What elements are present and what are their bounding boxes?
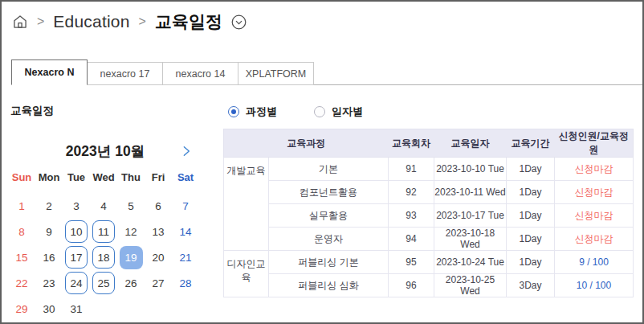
enrollment-status-cell: 9 / 100 (555, 251, 634, 274)
course-cell: 기본 (269, 158, 389, 181)
calendar-header: 2023년 10월 (8, 134, 202, 168)
weekday-label-fri: Fri (145, 171, 172, 186)
calendar-cell: 23 (35, 270, 63, 296)
enrollment-status-cell: 신청마감 (555, 228, 634, 251)
radio-selected-icon[interactable] (228, 106, 239, 117)
radio-option-by-date[interactable]: 일자별 (314, 105, 363, 119)
calendar-date-4[interactable]: 4 (92, 195, 115, 217)
calendar-date-7[interactable]: 7 (174, 195, 197, 217)
radio-label: 과정별 (246, 105, 277, 119)
calendar-cell: 1 (8, 193, 35, 219)
weekday-label-wed: Wed (90, 171, 117, 186)
calendar-date-26[interactable]: 26 (120, 272, 142, 294)
calendar-cell: 26 (117, 270, 145, 296)
table-row[interactable]: 컴포넌트활용922023-10-11 Wed1Day신청마감 (224, 181, 634, 204)
calendar-cell: 5 (117, 193, 145, 219)
calendar-cell (90, 296, 117, 322)
radio-label: 일자별 (332, 105, 363, 119)
duration-cell: 1Day (507, 204, 555, 228)
calendar-cell: 15 (8, 244, 35, 270)
calendar-cell: 24 (63, 270, 90, 296)
calendar-date-13[interactable]: 13 (147, 220, 169, 243)
calendar: 2023년 10월 SunMonTueWedThuFriSat 12345678… (8, 134, 202, 322)
calendar-date-30[interactable]: 30 (38, 297, 60, 320)
tab-nexacro-n[interactable]: Nexacro N (11, 59, 88, 85)
calendar-month-title: 2023년 10월 (66, 141, 145, 161)
table-row[interactable]: 운영자942023-10-18 Wed1Day신청마감 (224, 228, 634, 251)
session-cell: 96 (389, 274, 434, 297)
calendar-date-29[interactable]: 29 (10, 297, 33, 320)
calendar-cell: 30 (35, 296, 63, 322)
calendar-date-9[interactable]: 9 (38, 220, 60, 243)
calendar-date-27[interactable]: 27 (147, 272, 169, 294)
date-cell: 2023-10-10 Tue (434, 158, 507, 181)
calendar-cell (172, 296, 199, 322)
calendar-date-6[interactable]: 6 (147, 195, 169, 217)
calendar-date-1[interactable]: 1 (10, 195, 33, 217)
calendar-cell (117, 296, 145, 322)
calendar-date-11[interactable]: 11 (92, 220, 115, 243)
calendar-date-15[interactable]: 15 (10, 246, 33, 269)
column-header-session: 교육회차 (389, 129, 434, 158)
session-cell: 93 (389, 204, 434, 228)
calendar-date-2[interactable]: 2 (38, 195, 60, 217)
calendar-weekday-row: SunMonTueWedThuFriSat (8, 171, 202, 186)
calendar-date-31[interactable]: 31 (65, 297, 88, 320)
weekday-label-thu: Thu (117, 171, 145, 186)
column-header-course: 교육과정 (224, 129, 389, 158)
duration-cell: 1Day (507, 228, 555, 251)
breadcrumb: > Education > 교육일정 (12, 10, 247, 34)
session-cell: 94 (389, 228, 434, 251)
breadcrumb-item-education[interactable]: Education (53, 12, 129, 31)
table-row[interactable]: 실무활용932023-10-17 Tue1Day신청마감 (224, 204, 634, 228)
calendar-date-21[interactable]: 21 (174, 246, 197, 269)
course-cell: 운영자 (269, 228, 389, 251)
calendar-date-12[interactable]: 12 (120, 220, 142, 243)
calendar-cell: 18 (90, 244, 117, 270)
calendar-date-20[interactable]: 20 (147, 246, 169, 269)
date-cell: 2023-10-24 Tue (434, 251, 507, 274)
course-cell: 컴포넌트활용 (269, 181, 389, 204)
radio-unselected-icon[interactable] (314, 106, 325, 117)
circle-chevron-down-icon[interactable] (230, 14, 247, 31)
table-row[interactable]: 디자인교육퍼블리싱 기본952023-10-24 Tue1Day9 / 100 (224, 251, 634, 274)
calendar-cell: 29 (8, 296, 35, 322)
duration-cell: 1Day (507, 158, 555, 181)
radio-option-by-course[interactable]: 과정별 (228, 105, 277, 119)
calendar-date-8[interactable]: 8 (10, 220, 33, 243)
weekday-label-mon: Mon (35, 171, 63, 186)
calendar-date-24[interactable]: 24 (65, 272, 88, 294)
tab-xplatform[interactable]: XPLATFORM (238, 62, 314, 85)
duration-cell: 1Day (507, 181, 555, 204)
calendar-cell: 9 (35, 219, 63, 244)
calendar-cell: 22 (8, 270, 35, 296)
column-header-duration: 교육기간 (507, 129, 555, 158)
enrollment-status-cell: 신청마감 (555, 181, 634, 204)
calendar-date-28[interactable]: 28 (174, 272, 197, 294)
calendar-date-19[interactable]: 19 (120, 246, 143, 269)
tab-nexacro-14[interactable]: nexacro 14 (162, 62, 238, 85)
home-icon[interactable] (12, 14, 28, 30)
calendar-date-25[interactable]: 25 (92, 272, 115, 294)
calendar-cell (145, 296, 172, 322)
calendar-cell: 11 (90, 219, 117, 244)
calendar-date-14[interactable]: 14 (174, 220, 197, 243)
table-row[interactable]: 퍼블리싱 심화962023-10-25 Wed3Day10 / 100 (224, 274, 634, 297)
calendar-cell: 3 (63, 193, 90, 219)
calendar-grid: 1234567891011121314151617181920212223242… (8, 193, 202, 322)
calendar-cell: 6 (145, 193, 172, 219)
calendar-date-17[interactable]: 17 (65, 246, 88, 269)
calendar-date-10[interactable]: 10 (65, 220, 88, 243)
calendar-date-22[interactable]: 22 (10, 272, 33, 294)
table-row[interactable]: 개발교육기본912023-10-10 Tue1Day신청마감 (224, 158, 634, 181)
calendar-date-5[interactable]: 5 (120, 195, 142, 217)
tab-nexacro-17[interactable]: nexacro 17 (87, 62, 163, 85)
weekday-label-tue: Tue (63, 171, 90, 186)
calendar-cell: 25 (90, 270, 117, 296)
calendar-date-16[interactable]: 16 (38, 246, 60, 269)
chevron-right-icon[interactable] (178, 143, 194, 159)
calendar-date-3[interactable]: 3 (65, 195, 88, 217)
calendar-date-23[interactable]: 23 (38, 272, 60, 294)
calendar-date-18[interactable]: 18 (92, 246, 115, 269)
date-cell: 2023-10-17 Tue (434, 204, 507, 228)
